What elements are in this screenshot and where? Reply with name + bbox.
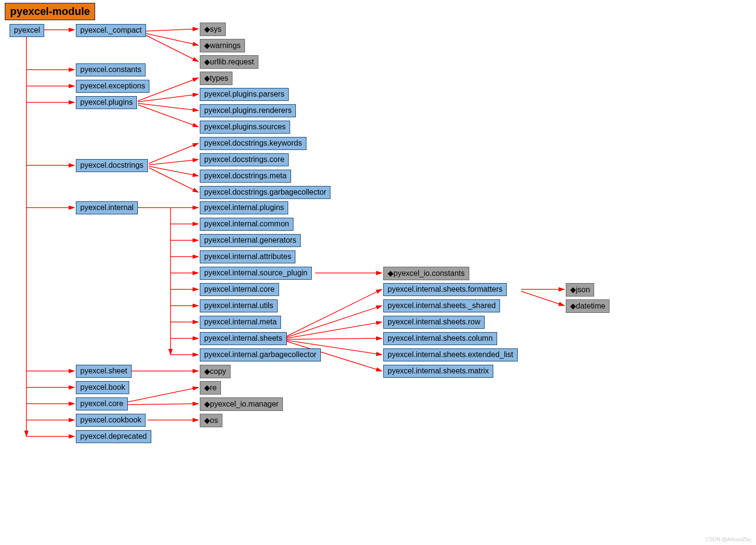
- node-types: ◆types: [200, 72, 232, 85]
- svg-line-35: [286, 322, 382, 338]
- svg-line-36: [286, 338, 382, 339]
- node-plugins-sources: pyexcel.plugins.sources: [200, 121, 290, 134]
- node-book: pyexcel.book: [76, 381, 129, 394]
- node-doc-gc: pyexcel.docstrings.garbagecollector: [200, 186, 330, 199]
- svg-line-1: [143, 29, 198, 31]
- node-sheets-column: pyexcel.internal.sheets.column: [383, 332, 497, 345]
- svg-line-33: [286, 289, 382, 336]
- svg-line-20: [149, 166, 198, 176]
- node-int-source-plugin: pyexcel.internal.source_plugin: [200, 267, 312, 280]
- node-constants: pyexcel.constants: [76, 63, 146, 76]
- node-compact: pyexcel._compact: [76, 24, 146, 37]
- node-urllib-request: ◆urllib.request: [200, 55, 258, 69]
- node-int-utils: pyexcel.internal.utils: [200, 299, 278, 312]
- svg-line-15: [138, 94, 198, 102]
- svg-line-43: [126, 404, 198, 405]
- node-sys: ◆sys: [200, 23, 226, 36]
- svg-line-17: [138, 105, 198, 127]
- svg-line-40: [521, 291, 564, 306]
- diagram-title: pyexcel-module: [5, 3, 95, 20]
- node-cookbook: pyexcel.cookbook: [76, 414, 146, 427]
- node-doc-meta: pyexcel.docstrings.meta: [200, 170, 291, 183]
- node-sheets-row: pyexcel.internal.sheets.row: [383, 316, 485, 329]
- node-plugins-renderers: pyexcel.plugins.renderers: [200, 104, 296, 117]
- node-pyexcel: pyexcel: [10, 24, 44, 37]
- svg-line-34: [286, 306, 382, 337]
- node-sheets-formatters: pyexcel.internal.sheets.formatters: [383, 283, 507, 296]
- node-plugins-parsers: pyexcel.plugins.parsers: [200, 88, 289, 101]
- svg-line-19: [149, 160, 198, 165]
- node-int-gc: pyexcel.internal.garbagecollector: [200, 348, 321, 361]
- node-json: ◆json: [566, 283, 594, 297]
- node-int-sheets: pyexcel.internal.sheets: [200, 332, 287, 345]
- node-internal: pyexcel.internal: [76, 201, 138, 214]
- node-int-plugins: pyexcel.internal.plugins: [200, 201, 288, 214]
- node-exceptions: pyexcel.exceptions: [76, 80, 149, 93]
- node-deprecated: pyexcel.deprecated: [76, 430, 151, 443]
- node-int-meta: pyexcel.internal.meta: [200, 316, 281, 329]
- node-re: ◆re: [200, 381, 221, 395]
- svg-line-18: [149, 143, 198, 163]
- node-sheet: pyexcel.sheet: [76, 365, 132, 378]
- node-io-constants: ◆pyexcel_io.constants: [383, 267, 469, 280]
- node-doc-core: pyexcel.docstrings.core: [200, 153, 289, 166]
- node-sheets-matrix: pyexcel.internal.sheets.matrix: [383, 365, 493, 378]
- node-copy: ◆copy: [200, 365, 231, 378]
- node-plugins: pyexcel.plugins: [76, 96, 137, 109]
- node-int-generators: pyexcel.internal.generators: [200, 234, 301, 247]
- node-doc-keywords: pyexcel.docstrings.keywords: [200, 137, 306, 150]
- node-os: ◆os: [200, 414, 222, 427]
- svg-line-16: [138, 103, 198, 111]
- node-warnings: ◆warnings: [200, 39, 245, 52]
- svg-line-2: [143, 33, 198, 45]
- node-docstrings: pyexcel.docstrings: [76, 159, 148, 172]
- node-sheets-extlist: pyexcel.internal.sheets.extended_list: [383, 348, 518, 361]
- node-int-core: pyexcel.internal.core: [200, 283, 279, 296]
- node-core: pyexcel.core: [76, 397, 128, 410]
- svg-line-42: [126, 387, 198, 402]
- watermark: CSDN @AhcaoZhu: [705, 536, 751, 542]
- node-datetime: ◆datetime: [566, 299, 610, 313]
- node-io-manager: ◆pyexcel_io.manager: [200, 397, 283, 411]
- node-int-attributes: pyexcel.internal.attributes: [200, 250, 295, 263]
- svg-line-3: [143, 34, 198, 62]
- svg-line-21: [149, 168, 198, 192]
- node-int-common: pyexcel.internal.common: [200, 218, 293, 231]
- node-sheets-shared: pyexcel.internal.sheets._shared: [383, 299, 500, 312]
